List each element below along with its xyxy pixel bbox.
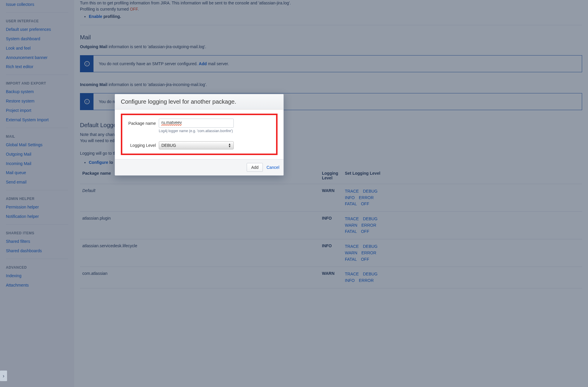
modal-backdrop-tint — [0, 0, 588, 387]
add-button[interactable]: Add — [247, 163, 263, 172]
package-name-hint: Log4j logger name (e.g. 'com.atlassian.b… — [159, 129, 274, 133]
chevron-updown-icon: ▲▼ — [228, 143, 231, 148]
dialog-footer: Add Cancel — [115, 159, 283, 175]
form-row-package: Package name ru.matveev — [124, 119, 274, 128]
configure-logging-dialog: Configure logging level for another pack… — [115, 94, 284, 176]
logging-level-value: DEBUG — [161, 143, 176, 148]
package-name-value: ru.matveev — [161, 120, 182, 125]
package-name-label: Package name — [124, 121, 156, 126]
form-row-level: Logging Level DEBUG ▲▼ — [124, 141, 274, 149]
logging-level-label: Logging Level — [124, 143, 156, 148]
package-name-input[interactable]: ru.matveev — [159, 119, 234, 128]
expand-arrow-icon[interactable]: › — [0, 371, 7, 381]
logging-level-select[interactable]: DEBUG ▲▼ — [159, 141, 234, 149]
cancel-link[interactable]: Cancel — [266, 165, 279, 170]
dialog-title: Configure logging level for another pack… — [115, 94, 283, 110]
dialog-body: Package name ru.matveev Log4j logger nam… — [115, 110, 283, 159]
highlight-box: Package name ru.matveev Log4j logger nam… — [121, 114, 278, 155]
